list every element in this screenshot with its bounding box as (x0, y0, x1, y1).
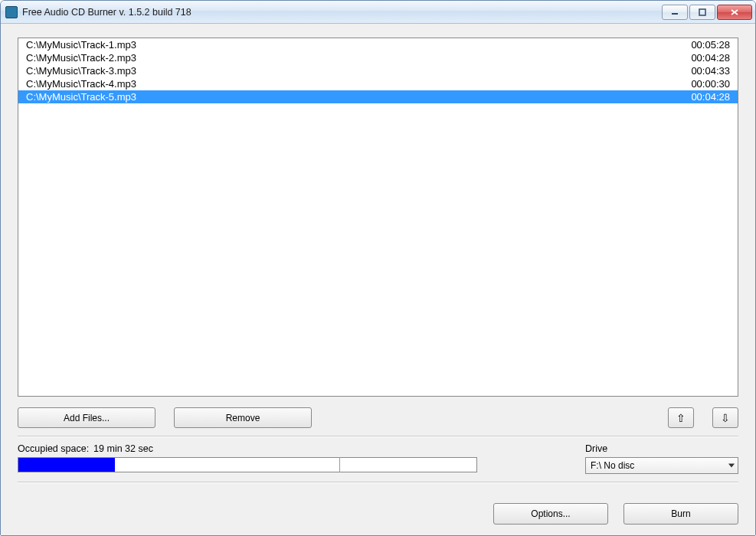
track-duration: 00:04:33 (669, 65, 730, 77)
track-path: C:\MyMusic\Track-3.mp3 (26, 65, 669, 77)
track-row[interactable]: C:\MyMusic\Track-5.mp300:04:28 (18, 90, 738, 103)
minimize-icon (671, 8, 679, 16)
track-duration: 00:04:28 (669, 52, 730, 64)
close-button[interactable] (717, 5, 752, 20)
occupied-space-value: 19 min 32 sec (93, 443, 153, 454)
occupied-space-section: Occupied space: 19 min 32 sec (18, 443, 570, 472)
arrow-down-icon: ⇩ (721, 413, 730, 423)
track-path: C:\MyMusic\Track-1.mp3 (26, 39, 669, 51)
window-title: Free Audio CD Burner v. 1.5.2 build 718 (22, 7, 662, 18)
list-toolbar: Add Files... Remove ⇧ ⇩ (18, 407, 738, 428)
progress-fill (18, 458, 115, 472)
content-area: C:\MyMusic\Track-1.mp300:05:28C:\MyMusic… (1, 24, 755, 535)
add-files-button[interactable]: Add Files... (18, 407, 155, 428)
occupied-progress-bar (18, 457, 477, 472)
track-duration: 00:05:28 (669, 39, 730, 51)
track-duration: 00:00:30 (669, 78, 730, 90)
chevron-down-icon (728, 464, 735, 468)
arrow-up-icon: ⇧ (676, 413, 686, 423)
options-button[interactable]: Options... (493, 503, 608, 525)
separator (18, 436, 738, 437)
drive-label: Drive (585, 443, 738, 454)
app-window: Free Audio CD Burner v. 1.5.2 build 718 … (0, 0, 756, 536)
track-row[interactable]: C:\MyMusic\Track-2.mp300:04:28 (18, 51, 738, 64)
track-duration: 00:04:28 (669, 91, 730, 103)
occupied-drive-row: Occupied space: 19 min 32 sec Drive F:\ … (18, 443, 738, 474)
maximize-icon (699, 8, 706, 16)
burn-button[interactable]: Burn (623, 503, 738, 525)
drive-section: Drive F:\ No disc (585, 443, 738, 474)
track-path: C:\MyMusic\Track-2.mp3 (26, 52, 669, 64)
track-row[interactable]: C:\MyMusic\Track-3.mp300:04:33 (18, 64, 738, 77)
track-path: C:\MyMusic\Track-5.mp3 (26, 91, 669, 103)
track-list[interactable]: C:\MyMusic\Track-1.mp300:05:28C:\MyMusic… (18, 38, 738, 397)
bottom-toolbar: Options... Burn (18, 495, 738, 525)
move-up-button[interactable]: ⇧ (668, 407, 694, 428)
progress-tick (339, 457, 340, 472)
track-path: C:\MyMusic\Track-4.mp3 (26, 78, 669, 90)
track-row[interactable]: C:\MyMusic\Track-1.mp300:05:28 (18, 38, 738, 51)
track-row[interactable]: C:\MyMusic\Track-4.mp300:00:30 (18, 77, 738, 90)
separator (18, 482, 738, 483)
svg-rect-0 (672, 13, 678, 15)
move-down-button[interactable]: ⇩ (712, 407, 738, 428)
occupied-space-label-row: Occupied space: 19 min 32 sec (18, 443, 570, 454)
window-control-buttons (662, 5, 752, 20)
close-icon (730, 8, 739, 16)
drive-combobox[interactable]: F:\ No disc (585, 457, 738, 474)
minimize-button[interactable] (662, 5, 688, 20)
maximize-button[interactable] (689, 5, 715, 20)
drive-selected-value: F:\ No disc (591, 460, 634, 471)
svg-rect-1 (699, 9, 705, 15)
remove-button[interactable]: Remove (174, 407, 312, 428)
title-bar[interactable]: Free Audio CD Burner v. 1.5.2 build 718 (1, 1, 755, 24)
app-icon (5, 6, 18, 18)
occupied-space-label: Occupied space: (18, 443, 89, 454)
